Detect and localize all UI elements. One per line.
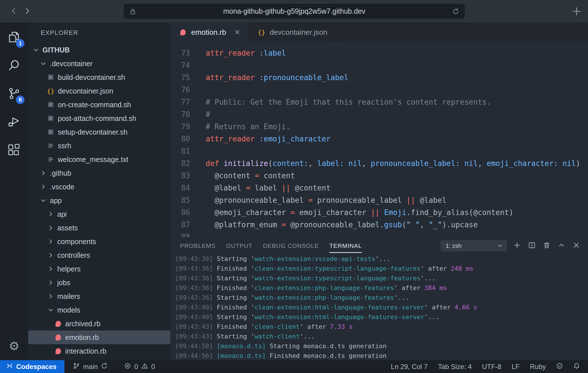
terminal-selector[interactable]: 1: zsh [440,240,507,252]
editor-tab-devcontainer-json[interactable]: {}devcontainer.json [249,23,336,42]
activity-extensions-button[interactable] [5,142,23,159]
code-text: # [190,108,210,121]
tree-item-post-attach-command-sh[interactable]: post-attach-command.sh [28,112,170,125]
panel-tab-debug-console[interactable]: DEBUG CONSOLE [263,242,319,249]
close-icon [573,242,580,250]
line-number: 78 [171,108,190,121]
branch-indicator[interactable]: main [69,360,112,373]
chevron-right-icon [47,224,54,232]
tree-item--vscode[interactable]: .vscode [28,180,170,194]
tree-item-label: .vscode [50,183,74,191]
chevron-down-icon [497,243,503,249]
bottom-panel: PROBLEMSOUTPUTDEBUG CONSOLETERMINAL 1: z… [171,237,588,360]
json-file-icon: {} [258,29,265,36]
tree-item-helpers[interactable]: helpers [28,262,170,276]
editor-tab-bar: emotion.rb{}devcontainer.json [171,23,588,42]
problems-indicator[interactable]: 0 0 [120,360,159,373]
new-terminal-button[interactable] [512,241,522,251]
activity-explorer-button[interactable]: 1 [5,29,23,46]
sidebar-title: EXPLORER [28,23,170,43]
tree-item-archived-rb[interactable]: archived.rb [28,317,170,331]
tree-item-app[interactable]: app [28,194,170,207]
tree-item-mailers[interactable]: mailers [28,289,170,303]
chevron-right-icon [47,265,54,273]
code-line: 86 @emoji_character = emoji_character ||… [171,206,588,219]
tree-item-label: devcontainer.json [58,87,113,95]
browser-toolbar: mona-github-github-g59jpq2w5w7.github.de… [0,0,588,23]
terminal-selector-value: 1: zsh [446,242,462,249]
terminal-line: [09:43:43] Starting 'watch-client'... [175,332,588,341]
line-number: 77 [171,96,190,108]
code-text [190,84,206,96]
tree-item-label: components [57,238,96,246]
code-text: def initialize(content:, label: nil, pro… [190,157,580,170]
tree-item-on-create-command-sh[interactable]: on-create-command.sh [28,98,170,112]
refresh-button[interactable] [452,8,459,15]
tree-item-label: emotion.rb [65,333,99,342]
split-terminal-button[interactable] [527,241,537,251]
tree-item-emotion-rb[interactable]: emotion.rb [28,331,170,344]
code-line: 76 [171,84,588,96]
tree-item-controllers[interactable]: controllers [28,248,170,262]
activity-source-control-button[interactable]: 8 [5,85,23,103]
tree-item-interaction-rb[interactable]: interaction.rb [28,344,170,358]
panel-tab-bar: PROBLEMSOUTPUTDEBUG CONSOLETERMINAL 1: z… [171,238,588,254]
notifications-button[interactable] [568,360,585,373]
tab-size-indicator[interactable]: Tab Size: 4 [433,360,477,373]
code-text [190,59,206,72]
language-mode[interactable]: Ruby [525,360,551,373]
chevron-right-icon [47,293,54,300]
panel-tab-output[interactable]: OUTPUT [226,242,252,249]
tree-item-welcome-message-txt[interactable]: welcome_message.txt [28,153,170,166]
json-file-icon: {} [47,87,54,95]
back-button[interactable] [10,7,18,15]
tree-item-api[interactable]: api [28,207,170,221]
code-text: @platform_enum = @pronounceable_label.gs… [190,219,478,231]
maximize-panel-button[interactable] [557,241,566,251]
tree-item--devcontainer[interactable]: .devcontainer [28,57,170,70]
ruby-file-icon [54,334,62,341]
address-bar[interactable]: mona-github-github-g59jpq2w5w7.github.de… [124,4,465,19]
code-line: 88 [171,231,588,237]
tree-item-models[interactable]: models [28,303,170,317]
feedback-button[interactable] [551,360,568,373]
tree-item-build-devcontainer-sh[interactable]: build-devcontainer.sh [28,70,170,84]
new-tab-button[interactable] [571,6,582,17]
tree-item-assets[interactable]: assets [28,221,170,235]
cursor-position[interactable]: Ln 29, Col 7 [386,360,433,373]
file-txt-file-icon [47,156,54,163]
line-number: 87 [171,219,190,231]
encoding-indicator[interactable]: UTF-8 [477,360,507,373]
activity-bar: 18 ⚙ [0,23,28,360]
tree-item-ssrh[interactable]: ssrh [28,139,170,153]
forward-button[interactable] [23,7,31,15]
panel-tab-terminal[interactable]: TERMINAL [329,242,362,249]
chevron-right-icon [47,238,54,245]
file-sh-file-icon [47,101,54,108]
activity-run-debug-button[interactable] [5,113,23,131]
activity-search-button[interactable] [5,57,23,75]
error-count: 0 [134,363,138,371]
line-number: 81 [171,145,190,157]
tree-item-github[interactable]: GITHUB [28,43,170,57]
terminal-output[interactable]: [09:43:36] Starting 'watch-extension:vsc… [171,254,588,360]
eol-indicator[interactable]: LF [507,360,525,373]
ruby-file-icon [54,347,62,355]
settings-button[interactable]: ⚙ [5,337,23,355]
tree-item--github[interactable]: .github [28,166,170,180]
tree-item-setup-devcontainer-sh[interactable]: setup-devcontainer.sh [28,125,170,139]
tree-item-jobs[interactable]: jobs [28,276,170,289]
editor-tab-emotion-rb[interactable]: emotion.rb [171,23,249,42]
close-panel-button[interactable] [571,241,581,251]
codespaces-remote-indicator[interactable]: Codespaces [0,360,64,373]
line-number: 74 [171,59,190,72]
line-number: 82 [171,157,190,170]
line-number: 80 [171,133,190,145]
tree-item-devcontainer-json[interactable]: {}devcontainer.json [28,84,170,98]
panel-tab-problems[interactable]: PROBLEMS [180,242,216,249]
kill-terminal-button[interactable] [542,241,552,251]
code-editor[interactable]: 73attr_reader :label7475attr_reader :pro… [171,42,588,237]
line-number: 73 [171,47,190,59]
tree-item-components[interactable]: components [28,235,170,248]
close-tab-button[interactable] [234,29,240,35]
